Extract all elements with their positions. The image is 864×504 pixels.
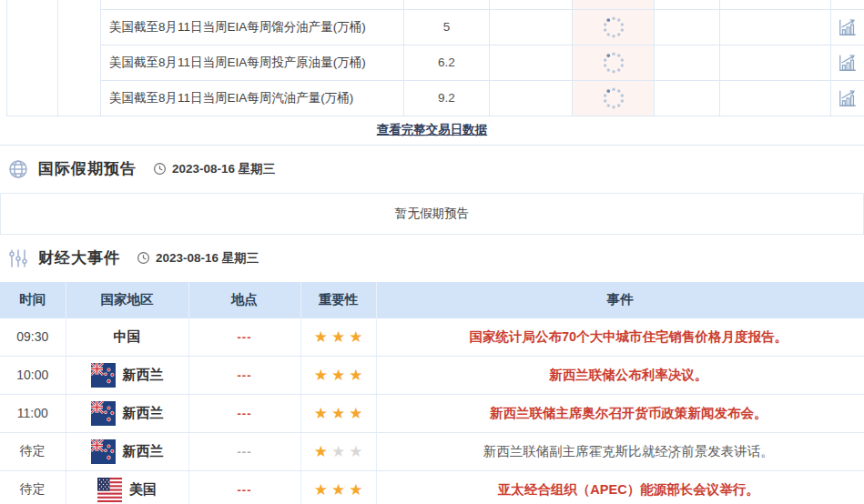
holiday-empty-message: 暂无假期预告 [395,206,469,222]
table-row: 美国截至8月11日当周EIA每周投产原油量(万桶) 6.2 [7,45,864,80]
event-importance: ★★★ [300,318,376,357]
event-country-cell: 中国 [66,318,188,357]
empty-cell [720,80,831,116]
indicator-name: 美国截至8月11日当周EIA每周馏分油产量(万桶) [101,9,404,45]
empty-cell [655,9,720,45]
chart-action-cell [831,9,864,45]
event-time: 10:00 [0,356,66,394]
event-country-cell: 美国 [66,470,188,504]
event-location: --- [188,356,300,394]
country-name: 中国 [114,328,141,346]
empty-cell [490,80,573,116]
holiday-section-header: 国际假期预告 2023-08-16 星期三 [0,146,864,193]
country-flag-icon [97,478,122,502]
economic-data-table: 美国截至8月11日当周EIA每周馏分油产量(万桶) 5 [6,0,864,116]
col-header-importance: 重要性 [300,282,376,318]
clock-icon [137,251,150,265]
view-all-row: 查看完整交易日数据 [0,116,864,146]
section-title: 财经大事件 [38,247,120,268]
section-title: 国际假期预告 [38,158,137,179]
star-icon: ★ [312,481,330,499]
star-icon: ★ [347,328,364,346]
star-icon: ★ [347,367,364,384]
event-country-cell: 新西兰 [66,356,188,394]
table-row-partial [7,0,864,9]
star-icon: ★ [347,443,364,460]
col-header-event: 事件 [376,282,864,318]
empty-cell [490,45,573,80]
bar-chart-trend-icon[interactable] [838,53,858,73]
indicator-value: 5 [404,9,490,45]
events-table: 时间 国家地区 地点 重要性 事件 09:30 [0,282,864,504]
empty-cell [655,45,720,80]
event-row: 待定 [0,432,864,470]
event-description: 新西兰联储公布利率决议。 [376,356,864,394]
country-name: 新西兰 [123,443,164,460]
star-icon: ★ [330,481,347,499]
pending-value-cell [573,80,655,116]
event-location: --- [188,432,300,470]
event-importance: ★★★ [300,394,376,432]
event-row: 待定 [0,470,864,504]
country-flag-icon [91,439,116,464]
loading-spinner-icon [602,51,625,75]
loading-spinner-icon [602,86,625,110]
events-section-header: 财经大事件 2023-08-16 星期三 [0,235,864,282]
col-header-location: 地点 [188,282,300,318]
chart-action-cell [831,80,864,116]
empty-cell [58,0,101,116]
star-icon: ★ [330,443,347,460]
empty-cell [490,9,573,45]
country-flag-icon [91,363,116,388]
event-country-cell: 新西兰 [66,432,188,470]
event-row: 11:00 [0,394,864,432]
event-description: 新西兰联储主席奥尔召开货币政策新闻发布会。 [376,394,864,432]
event-description: 国家统计局公布70个大中城市住宅销售价格月度报告。 [376,318,864,357]
indicator-value: 9.2 [404,80,490,116]
country-name: 美国 [129,481,157,499]
empty-cell [655,80,720,116]
event-time: 09:30 [0,318,66,357]
table-row: 美国截至8月11日当周EIA每周馏分油产量(万桶) 5 [7,9,864,45]
star-icon: ★ [312,328,330,346]
event-importance: ★★★ [300,432,376,470]
star-icon: ★ [330,328,347,346]
col-header-time: 时间 [0,282,66,318]
star-icon: ★ [330,367,347,384]
bar-chart-trend-icon[interactable] [838,88,858,108]
indicator-name: 美国截至8月11日当周EIA每周投产原油量(万桶) [101,45,404,80]
event-description: 新西兰联储副主席霍克斯比就经济前景发表讲话。 [376,432,864,470]
sliders-icon [7,247,29,269]
clock-icon [153,162,167,176]
event-location: --- [188,318,300,357]
event-time: 待定 [0,432,66,470]
col-header-country: 国家地区 [66,282,188,318]
star-icon: ★ [347,481,364,499]
event-time: 11:00 [0,394,66,432]
event-country-cell: 新西兰 [66,394,188,432]
event-importance: ★★★ [300,470,376,504]
loading-spinner-icon [602,15,625,39]
bar-chart-trend-icon[interactable] [838,17,858,37]
holiday-empty-box: 暂无假期预告 [0,193,864,235]
event-location: --- [188,394,300,432]
view-full-trading-data-link[interactable]: 查看完整交易日数据 [377,122,488,138]
star-icon: ★ [347,405,364,422]
indicator-name: 美国截至8月11日当周EIA每周汽油产量(万桶) [101,80,404,116]
empty-cell [7,0,58,116]
chart-action-cell [831,45,864,80]
event-importance: ★★★ [300,356,376,394]
globe-icon [7,158,29,180]
event-row: 10:00 [0,356,864,394]
section-date: 2023-08-16 星期三 [137,250,259,267]
section-date: 2023-08-16 星期三 [153,161,275,177]
pending-value-cell [573,45,655,80]
star-icon: ★ [312,405,330,422]
event-row: 09:30 [0,318,864,357]
empty-cell [720,45,831,80]
country-name: 新西兰 [123,367,164,384]
star-icon: ★ [312,443,330,460]
event-description: 亚太经合组织（APEC）能源部长会议举行。 [376,470,864,504]
country-name: 新西兰 [123,405,164,422]
star-icon: ★ [330,405,347,422]
